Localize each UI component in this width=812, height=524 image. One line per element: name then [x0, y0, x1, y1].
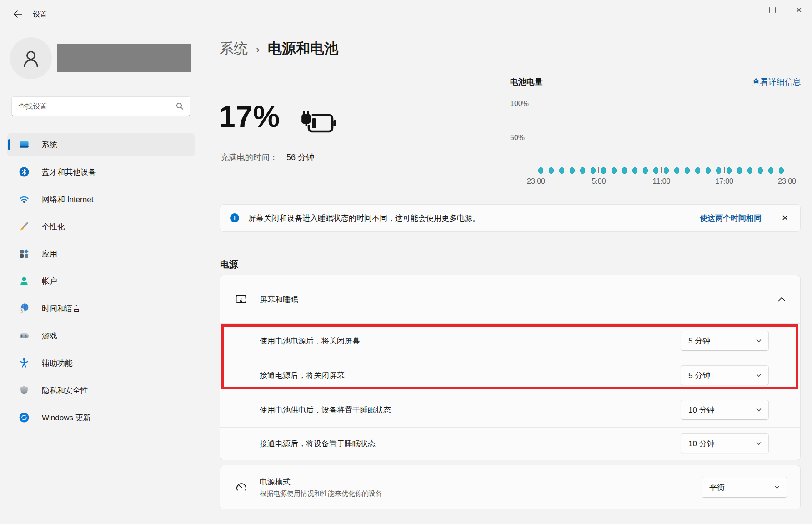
battery-level-dot: [622, 167, 627, 174]
settings-window: 设置 ✕ 系统 蓝牙和其他设备: [0, 0, 812, 524]
sidebar-item-accounts[interactable]: 帐户: [7, 270, 195, 292]
battery-level-dot: [601, 167, 606, 174]
search-input[interactable]: [12, 102, 176, 111]
battery-charging-icon: [299, 110, 338, 139]
screen-sleep-title: 屏幕和睡眠: [260, 294, 298, 305]
system-icon: [18, 139, 30, 151]
battery-percent: 17%: [219, 99, 280, 134]
sidebar-item-gaming[interactable]: 游戏: [7, 324, 195, 347]
maximize-button[interactable]: [759, 0, 786, 20]
power-section-title: 电源: [220, 258, 238, 271]
minimize-button[interactable]: [733, 0, 759, 20]
sidebar-item-label: 系统: [42, 140, 57, 150]
battery-level-dot: [758, 167, 763, 174]
maximize-icon: [769, 7, 776, 13]
dropdown-value: 10 分钟: [688, 438, 715, 449]
globe-clock-icon: [18, 302, 30, 314]
banner-close-icon[interactable]: ✕: [782, 213, 788, 223]
sidebar-item-accessibility[interactable]: 辅助功能: [7, 352, 195, 374]
chevron-down-icon: [756, 339, 762, 343]
sidebar-item-bluetooth[interactable]: 蓝牙和其他设备: [7, 161, 195, 183]
sync-icon: [18, 412, 30, 423]
power-mode-dropdown[interactable]: 平衡: [702, 477, 787, 498]
see-details-link[interactable]: 查看详细信息: [752, 76, 801, 87]
battery-level-dot: [768, 167, 773, 174]
x-axis-label: 23:00: [778, 177, 796, 186]
chevron-down-icon: [756, 442, 762, 445]
breadcrumb-separator: ›: [256, 43, 260, 56]
sidebar-item-label: Windows 更新: [42, 413, 91, 423]
screen-off-battery-dropdown[interactable]: 5 分钟: [681, 331, 769, 351]
battery-dot-row: [538, 167, 784, 174]
back-button[interactable]: [9, 6, 26, 22]
chevron-down-icon: [774, 485, 780, 489]
sidebar-item-label: 辅助功能: [42, 358, 73, 368]
setting-label: 接通电源后，将设备置于睡眠状态: [260, 438, 376, 449]
make-times-equal-link[interactable]: 使这两个时间相同: [700, 213, 762, 223]
info-banner: i 屏幕关闭和设备进入睡眠状态的时间不同，这可能会使用更多电源。 使这两个时间相…: [220, 204, 801, 232]
sidebar-item-label: 个性化: [42, 222, 65, 232]
chevron-up-icon[interactable]: [778, 297, 786, 302]
screen-sleep-expander-header[interactable]: 屏幕和睡眠: [220, 275, 800, 323]
battery-level-dot: [674, 167, 679, 174]
gamepad-icon: [18, 330, 30, 342]
sidebar-item-time-language[interactable]: 时间和语言: [7, 297, 195, 320]
breadcrumb-parent[interactable]: 系统: [220, 39, 248, 58]
sidebar-item-label: 时间和语言: [42, 303, 80, 314]
charge-time-value: 56 分钟: [286, 153, 314, 162]
battery-level-dot: [643, 167, 648, 174]
sidebar-item-label: 网络和 Internet: [42, 194, 93, 205]
accessibility-icon: [18, 357, 30, 369]
charge-time-label: 充满电的时间：: [221, 153, 278, 162]
sidebar-item-personalization[interactable]: 个性化: [7, 215, 195, 238]
dropdown-value: 10 分钟: [688, 405, 715, 415]
sidebar-item-system[interactable]: 系统: [7, 133, 195, 156]
sleep-battery-dropdown[interactable]: 10 分钟: [681, 400, 769, 420]
sidebar-item-windows-update[interactable]: Windows 更新: [7, 406, 195, 429]
x-axis-label: 11:00: [653, 177, 671, 186]
setting-row-sleep-plugged: 接通电源后，将设备置于睡眠状态 10 分钟: [220, 427, 800, 460]
sidebar-item-network[interactable]: 网络和 Internet: [7, 188, 195, 211]
setting-label: 使用电池供电后，设备将置于睡眠状态: [260, 405, 391, 415]
setting-label: 使用电池电源后，将关闭屏幕: [260, 336, 360, 346]
screen-off-plugged-dropdown[interactable]: 5 分钟: [681, 365, 769, 385]
battery-level-dot: [632, 167, 637, 174]
battery-level-dot: [737, 167, 742, 174]
person-icon: [19, 46, 43, 70]
search-box[interactable]: [11, 96, 190, 116]
battery-level-dot: [653, 167, 658, 174]
sidebar-nav: 系统 蓝牙和其他设备 网络和 Internet 个性化 应用: [7, 133, 195, 433]
chart-title: 电池电量: [510, 76, 543, 87]
battery-level-dot: [747, 167, 752, 174]
sidebar-item-label: 蓝牙和其他设备: [42, 167, 96, 177]
setting-row-screen-battery: 使用电池电源后，将关闭屏幕 5 分钟: [220, 323, 800, 358]
setting-label: 接通电源后，将关闭屏幕: [260, 370, 345, 381]
dropdown-value: 平衡: [709, 482, 725, 493]
sidebar-item-label: 帐户: [42, 276, 57, 287]
avatar[interactable]: [10, 37, 52, 79]
y-axis-label-50: 50%: [510, 134, 530, 142]
battery-level-dot: [685, 167, 690, 174]
close-button[interactable]: ✕: [786, 0, 812, 20]
sidebar-item-privacy[interactable]: 隐私和安全性: [7, 379, 195, 402]
sidebar-item-label: 游戏: [42, 331, 57, 341]
gridline-50: [533, 138, 791, 138]
minimize-icon: [743, 10, 749, 10]
selected-accent-bar: [8, 139, 10, 150]
power-mode-title: 电源模式: [260, 477, 382, 487]
breadcrumb: 系统 › 电源和电池: [220, 39, 338, 58]
search-icon[interactable]: [176, 102, 184, 110]
x-axis-label: 5:00: [591, 177, 606, 186]
back-arrow-icon: [13, 10, 22, 18]
page-title: 电源和电池: [268, 39, 338, 58]
sleep-plugged-dropdown[interactable]: 10 分钟: [681, 433, 769, 453]
sidebar-item-apps[interactable]: 应用: [7, 242, 195, 265]
battery-level-dot: [549, 167, 554, 174]
screen-sleep-card: 屏幕和睡眠 使用电池电源后，将关闭屏幕 5 分钟 接通电源后，将关闭屏幕 5 分…: [220, 275, 801, 460]
x-axis-tick: [536, 167, 536, 173]
battery-level-dot: [716, 167, 721, 174]
chevron-down-icon: [756, 373, 762, 377]
power-mode-subtitle: 根据电源使用情况和性能来优化你的设备: [260, 489, 382, 498]
info-banner-text: 屏幕关闭和设备进入睡眠状态的时间不同，这可能会使用更多电源。: [248, 213, 480, 223]
sidebar-item-label: 应用: [42, 249, 57, 259]
